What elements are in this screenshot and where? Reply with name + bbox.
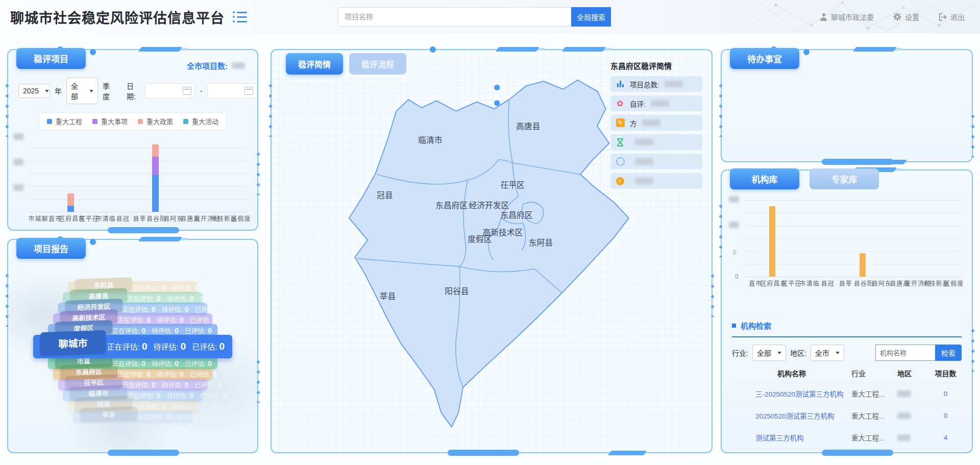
- stat-label: 待评估:: [157, 317, 178, 324]
- bar-segment: [860, 253, 866, 277]
- flower-icon: ✿: [616, 100, 625, 108]
- org-region: [897, 434, 929, 442]
- org-name-input[interactable]: [875, 345, 935, 361]
- stat-label: 已评估:: [200, 296, 220, 303]
- stat-label: 待评估:: [172, 285, 192, 292]
- org-table-header-cell: 行业: [851, 368, 897, 378]
- menu-icon[interactable]: [233, 11, 248, 22]
- tab-expert-library[interactable]: 专家库: [810, 168, 879, 189]
- stat-value: 0: [162, 402, 166, 410]
- quarter-select[interactable]: 全部: [66, 78, 98, 104]
- org-name-link[interactable]: 测试第三方机构: [732, 432, 851, 443]
- stat-label: 已评估:: [210, 414, 231, 421]
- bar-segment: [67, 206, 74, 212]
- year-select[interactable]: 2025: [18, 84, 50, 98]
- chart-column: 高唐县: [890, 200, 908, 277]
- chart-column: 东昌府区: [763, 200, 781, 277]
- legend-item: 重大活动: [183, 116, 218, 126]
- region-name-plate: 聊城市: [40, 330, 106, 355]
- global-search-input[interactable]: [338, 7, 571, 27]
- calendar-icon: [244, 87, 253, 95]
- org-table-row[interactable]: 测试第三方机构重大工程...4: [732, 426, 962, 449]
- date-end-input[interactable]: [207, 83, 257, 99]
- stat-value: 0: [175, 359, 179, 368]
- stat-label: 已评估:: [195, 382, 216, 389]
- date-start-input[interactable]: [145, 83, 195, 99]
- citywide-project-total: 全市项目数:: [187, 60, 245, 71]
- overlay-stat-label: 自评:: [630, 99, 646, 109]
- stat-value: 0: [190, 391, 194, 400]
- district-brief-overlay: 东昌府区稳评简情 项目总数:✿自评:✎方✓: [610, 60, 702, 192]
- stat-value: 0: [162, 284, 166, 292]
- chart-column: 茌平区: [781, 200, 799, 277]
- stat-value: 0: [175, 327, 179, 335]
- region-stats: 正在评估:0待评估:0已评估:0: [117, 315, 223, 325]
- panel-decoration: [448, 450, 519, 456]
- report-row-聊城市[interactable]: 聊城市正在评估:0待评估:0已评估:0: [33, 335, 232, 358]
- org-industry: 重大工程...: [851, 432, 897, 443]
- tab-assessment-flow[interactable]: 稳评流程: [349, 53, 406, 75]
- region-stats: 正在评估:0待评估:0已评估:0: [127, 390, 233, 400]
- org-name-link[interactable]: 20250520测试第三方机构: [732, 410, 851, 421]
- citywide-project-total-label: 全市项目数:: [187, 60, 228, 71]
- tab-assessment-brief[interactable]: 稳评简情: [286, 53, 343, 75]
- stat-label: 已评估:: [190, 317, 211, 324]
- redacted-y-label: [13, 159, 23, 165]
- gear-icon: [893, 13, 901, 21]
- chart-column: 度假区: [231, 136, 248, 212]
- org-name-search: 检索: [875, 345, 962, 361]
- chart-column: 高新技术: [214, 136, 231, 212]
- settings-button[interactable]: 设置: [893, 12, 919, 22]
- stat-label: 已评估:: [205, 285, 226, 292]
- industry-select[interactable]: 全部: [752, 345, 786, 361]
- legend-swatch: [47, 119, 52, 124]
- stat-value: 0: [180, 370, 184, 378]
- report-row-东昌府区[interactable]: 东昌府区正在评估:0待评估:0已评估:0: [53, 368, 212, 380]
- chart-column: 高唐县: [181, 136, 198, 212]
- report-row-临清市[interactable]: 临清市正在评估:0待评估:0已评估:0: [63, 389, 202, 401]
- stat-value: 0: [181, 341, 186, 352]
- report-row-市直[interactable]: 市直正在评估:0待评估:0已评估:0: [48, 357, 217, 369]
- report-row-莘县[interactable]: 莘县正在评估:0待评估:0已评估:0: [73, 410, 192, 423]
- region-select[interactable]: 全市: [811, 345, 844, 361]
- stat-label: 待评估:: [162, 306, 183, 313]
- settings-label: 设置: [905, 12, 919, 22]
- stat-value: 0: [223, 391, 227, 400]
- bar-chart-icon: [616, 81, 625, 87]
- logout-label: 退出: [950, 12, 965, 22]
- chart-legend: 重大工程重大事项重大政策重大活动: [39, 112, 227, 130]
- map-label-临清市: 临清市: [418, 136, 442, 144]
- x-axis-label: 茌平区: [780, 280, 800, 287]
- calendar-icon: [183, 87, 191, 95]
- redacted-value: [665, 81, 683, 87]
- overlay-title: 东昌府区稳评简情: [610, 60, 702, 71]
- org-search-button[interactable]: 检索: [935, 345, 962, 361]
- x-axis-label: 冠县: [820, 280, 833, 287]
- logout-button[interactable]: 退出: [939, 12, 965, 22]
- legend-item: 重大事项: [92, 116, 128, 126]
- region-stats: 正在评估:0待评估:0已评估:0: [112, 358, 218, 368]
- panel-decoration: [608, 451, 647, 455]
- org-table-row[interactable]: 20250520测试第三方机构重大工程...0: [732, 404, 962, 426]
- org-table-body: 三-20250520测试第三方机构重大工程...020250520测试第三方机构…: [732, 382, 962, 449]
- stat-value: 0: [228, 402, 232, 410]
- user-menu[interactable]: 聊城市政法委: [820, 12, 874, 22]
- chart-column: 度假区: [944, 200, 962, 277]
- stat-value: 0: [185, 381, 189, 389]
- stat-value: 0: [185, 305, 189, 313]
- report-row-茌平区[interactable]: 茌平区正在评估:0待评估:0已评估:0: [58, 378, 208, 390]
- org-name-link[interactable]: 三-20250520测试第三方机构: [732, 388, 851, 399]
- x-axis-label: 东阿县: [870, 280, 890, 287]
- org-table-row[interactable]: 三-20250520测试第三方机构重大工程...0: [732, 382, 962, 404]
- liaocheng-district-map[interactable]: 高唐县临清市冠县东昌府区经济开发区茌平区东昌府区高新技术区度假区东阿县莘县阳谷县: [312, 67, 639, 447]
- quarter-unit-label: 季度: [103, 81, 115, 101]
- global-search-button[interactable]: 全局搜索: [571, 7, 611, 27]
- map-label-阳谷县: 阳谷县: [445, 287, 469, 296]
- report-row-冠县[interactable]: 冠县正在评估:0待评估:0已评估:0: [68, 400, 198, 412]
- map-outer-boundary[interactable]: [349, 80, 629, 427]
- map-label-度假区: 度假区: [468, 235, 492, 243]
- stat-value: 0: [157, 391, 161, 400]
- org-table-header-cell: 地区: [897, 368, 929, 378]
- tab-org-library[interactable]: 机构库: [730, 168, 799, 189]
- stat-label: 待评估:: [167, 393, 188, 400]
